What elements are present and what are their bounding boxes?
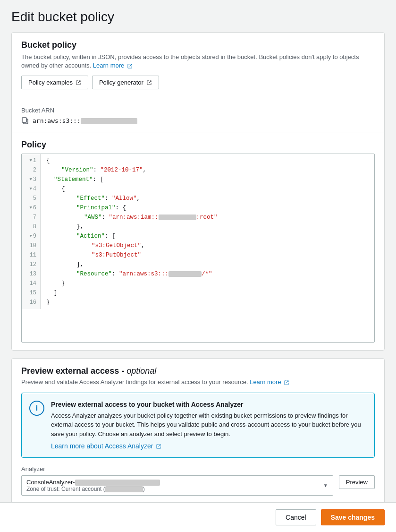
analyzer-select[interactable]: ConsoleAnalyzer- Zone of trust: Current … [21, 475, 333, 496]
analyzer-row: ConsoleAnalyzer- Zone of trust: Current … [21, 475, 375, 496]
policy-code-label: Policy [21, 140, 375, 150]
bucket-policy-card: Bucket policy The bucket policy, written… [11, 32, 385, 351]
preview-learn-more-link[interactable]: Learn more [250, 378, 289, 386]
info-icon: i [29, 401, 44, 416]
analyzer-sub: Zone of trust: Current account ( ) [26, 486, 160, 492]
page-header: Edit bucket policy [0, 0, 396, 32]
access-analyzer-learn-more-link[interactable]: Learn more about Access Analyzer [51, 442, 161, 450]
cancel-button[interactable]: Cancel [276, 509, 316, 525]
bucket-policy-learn-more-link[interactable]: Learn more [93, 62, 133, 69]
analyzer-sub-redacted [105, 486, 143, 492]
external-link-icon-gen [146, 80, 152, 86]
analyzer-select-main: ConsoleAnalyzer- Zone of trust: Current … [26, 479, 328, 492]
analyzer-name-redacted [75, 480, 160, 486]
access-analyzer-info-box: i Preview external access to your bucket… [21, 393, 375, 458]
external-link-icon [127, 63, 133, 69]
page-title: Edit bucket policy [11, 9, 385, 25]
bucket-policy-section: Bucket policy The bucket policy, written… [12, 33, 384, 99]
line-numbers: ▼1 2 ▼3 ▼4 5 ▼6 7 8 ▼9 10 11 12 13 14 [22, 154, 41, 309]
analyzer-label: Analyzer [21, 465, 375, 472]
policy-editor-section: Policy ▼1 2 ▼3 ▼4 5 ▼6 7 8 ▼9 10 11 [12, 132, 384, 350]
chevron-down-icon: ▼ [323, 483, 328, 488]
info-content: Preview external access to your bucket w… [51, 401, 367, 450]
arn-row: arn:aws:s3::: [21, 117, 375, 124]
preview-section-title: Preview external access - optional [21, 366, 375, 376]
bucket-policy-desc: The bucket policy, written in JSON, prov… [21, 53, 375, 70]
preview-external-card: Preview external access - optional Previ… [11, 358, 385, 504]
policy-editor[interactable]: ▼1 2 ▼3 ▼4 5 ▼6 7 8 ▼9 10 11 12 13 14 [21, 154, 375, 343]
preview-desc: Preview and validate Access Analyzer fin… [21, 378, 375, 386]
info-title: Preview external access to your bucket w… [51, 401, 367, 408]
preview-external-section: Preview external access - optional Previ… [12, 359, 384, 503]
bucket-policy-title: Bucket policy [21, 40, 375, 50]
arn-redacted [81, 118, 137, 124]
editor-empty-space [22, 309, 374, 343]
copy-icon[interactable] [21, 117, 29, 124]
policy-generator-button[interactable]: Policy generator [92, 76, 159, 89]
external-link-icon-aa [156, 444, 161, 449]
external-link-icon-preview [284, 380, 289, 386]
policy-buttons: Policy examples Policy generator [21, 76, 375, 89]
preview-button[interactable]: Preview [339, 475, 375, 489]
code-content: { "Version": "2012-10-17", "Statement": … [41, 154, 374, 309]
external-link-icon [76, 80, 81, 86]
arn-value: arn:aws:s3::: [33, 117, 137, 124]
arn-label: Bucket ARN [21, 107, 375, 114]
save-changes-button[interactable]: Save changes [321, 509, 385, 525]
policy-examples-button[interactable]: Policy examples [21, 76, 88, 89]
info-body: Access Analyzer analyzes your bucket pol… [51, 411, 367, 439]
bucket-arn-section: Bucket ARN arn:aws:s3::: [12, 99, 384, 132]
analyzer-name: ConsoleAnalyzer- [26, 479, 160, 486]
footer-bar: Cancel Save changes [0, 502, 396, 532]
svg-rect-1 [22, 118, 26, 122]
